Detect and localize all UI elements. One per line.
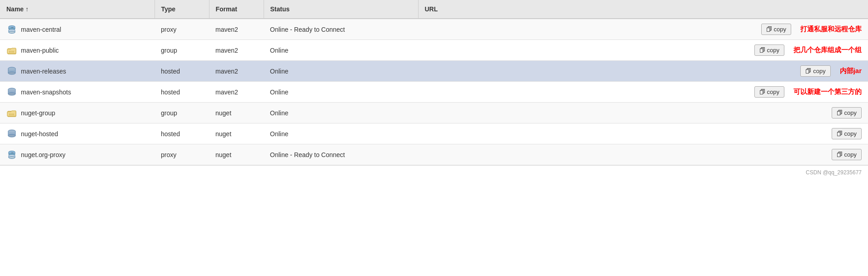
copy-label: copy bbox=[767, 47, 779, 54]
copy-button[interactable]: 🗍 copy bbox=[832, 149, 862, 160]
cell-type: hosted bbox=[155, 82, 209, 103]
cell-format: maven2 bbox=[209, 19, 264, 40]
header-type: Type bbox=[155, 0, 209, 19]
group-icon bbox=[6, 45, 17, 56]
cell-name[interactable]: maven-public bbox=[0, 40, 155, 61]
copy-icon: 🗍 bbox=[759, 47, 765, 54]
svg-point-35 bbox=[8, 134, 15, 137]
svg-text:↔: ↔ bbox=[11, 26, 14, 29]
cell-status: Online bbox=[264, 103, 418, 123]
repo-name: maven-central bbox=[21, 26, 61, 33]
repositories-table: Name ↑ Type Format Status URL ↔ maven-ce… bbox=[0, 0, 868, 165]
cell-status: Online - Ready to Connect bbox=[264, 144, 418, 165]
cell-status: Online - Ready to Connect bbox=[264, 19, 418, 40]
cell-status: Online bbox=[264, 40, 418, 61]
cell-status: Online bbox=[264, 82, 418, 103]
cell-format: nuget bbox=[209, 103, 264, 123]
svg-point-18 bbox=[8, 72, 15, 74]
cell-type: group bbox=[155, 40, 209, 61]
table-row: maven-public groupmaven2Online 🗍 copy 把几… bbox=[0, 40, 868, 61]
svg-point-9 bbox=[9, 31, 15, 33]
repo-name: nuget-group bbox=[21, 109, 55, 117]
copy-label: copy bbox=[813, 68, 825, 74]
table-row: ↔ maven-central proxymaven2Online - Read… bbox=[0, 19, 868, 40]
annotation-text: 打通私服和远程仓库 bbox=[800, 25, 862, 34]
repo-name: maven-releases bbox=[21, 68, 66, 75]
header-format: Format bbox=[209, 0, 264, 19]
cell-type: hosted bbox=[155, 123, 209, 144]
copy-icon: 🗍 bbox=[837, 151, 843, 158]
copy-button[interactable]: 🗍 copy bbox=[832, 107, 862, 118]
cell-url: 🗍 copy 内部jar bbox=[418, 61, 868, 82]
header-status: Status bbox=[264, 0, 418, 19]
header-name: Name ↑ bbox=[0, 0, 155, 19]
proxy-icon: ↔ bbox=[6, 149, 17, 160]
copy-icon: 🗍 bbox=[766, 26, 772, 33]
hosted-icon bbox=[6, 87, 17, 98]
svg-point-25 bbox=[8, 93, 15, 95]
copy-icon: 🗍 bbox=[805, 68, 811, 74]
table-row: maven-snapshots hostedmaven2Online 🗍 cop… bbox=[0, 82, 868, 103]
copy-button[interactable]: 🗍 copy bbox=[754, 86, 784, 98]
copy-button[interactable]: 🗍 copy bbox=[800, 65, 830, 77]
svg-point-47 bbox=[9, 156, 15, 158]
table-row: nuget-group groupnugetOnline 🗍 copy bbox=[0, 103, 868, 123]
cell-name[interactable]: ↔ maven-central bbox=[0, 19, 155, 40]
cell-format: nuget bbox=[209, 144, 264, 165]
cell-url: 🗍 copy 打通私服和远程仓库 bbox=[418, 19, 868, 40]
copy-button[interactable]: 🗍 copy bbox=[832, 128, 862, 139]
hosted-icon bbox=[6, 128, 17, 139]
copy-icon: 🗍 bbox=[837, 130, 843, 137]
cell-format: nuget bbox=[209, 123, 264, 144]
footer-text: CSDN @qq_29235677 bbox=[0, 165, 868, 179]
annotation-text: 可以新建一个第三方的 bbox=[793, 88, 862, 96]
table-row: maven-releases hostedmaven2Online 🗍 copy… bbox=[0, 61, 868, 82]
cell-type: proxy bbox=[155, 19, 209, 40]
repo-name: maven-public bbox=[21, 47, 59, 54]
header-url: URL bbox=[418, 0, 868, 19]
cell-name[interactable]: nuget-group bbox=[0, 103, 155, 123]
copy-label: copy bbox=[844, 130, 857, 137]
cell-url: 🗍 copy bbox=[418, 123, 868, 144]
repo-name: nuget-hosted bbox=[21, 130, 58, 138]
copy-label: copy bbox=[844, 109, 857, 116]
svg-text:↔: ↔ bbox=[11, 151, 14, 154]
copy-button[interactable]: 🗍 copy bbox=[761, 24, 791, 35]
copy-icon: 🗍 bbox=[837, 109, 843, 116]
cell-url: 🗍 copy bbox=[418, 144, 868, 165]
repo-name: nuget.org-proxy bbox=[21, 151, 65, 158]
repo-name: maven-snapshots bbox=[21, 89, 71, 96]
cell-name[interactable]: maven-releases bbox=[0, 61, 155, 82]
cell-name[interactable]: ↔ nuget.org-proxy bbox=[0, 144, 155, 165]
cell-format: maven2 bbox=[209, 61, 264, 82]
group-icon bbox=[6, 108, 17, 118]
cell-format: maven2 bbox=[209, 40, 264, 61]
cell-type: group bbox=[155, 103, 209, 123]
cell-url: 🗍 copy 把几个仓库组成一个组 bbox=[418, 40, 868, 61]
copy-button[interactable]: 🗍 copy bbox=[754, 44, 784, 56]
table-header-row: Name ↑ Type Format Status URL bbox=[0, 0, 868, 19]
copy-label: copy bbox=[767, 89, 779, 95]
cell-type: proxy bbox=[155, 144, 209, 165]
cell-name[interactable]: maven-snapshots bbox=[0, 82, 155, 103]
annotation-text: 把几个仓库组成一个组 bbox=[793, 46, 862, 54]
cell-status: Online bbox=[264, 61, 418, 82]
table-row: ↔ nuget.org-proxy proxynugetOnline - Rea… bbox=[0, 144, 868, 165]
cell-url: 🗍 copy 可以新建一个第三方的 bbox=[418, 82, 868, 103]
annotation-text: 内部jar bbox=[840, 67, 862, 75]
cell-name[interactable]: nuget-hosted bbox=[0, 123, 155, 144]
cell-type: hosted bbox=[155, 61, 209, 82]
copy-icon: 🗍 bbox=[759, 89, 765, 95]
cell-url: 🗍 copy bbox=[418, 103, 868, 123]
cell-format: maven2 bbox=[209, 82, 264, 103]
cell-status: Online bbox=[264, 123, 418, 144]
hosted-icon bbox=[6, 66, 17, 77]
copy-label: copy bbox=[844, 151, 857, 158]
copy-label: copy bbox=[774, 26, 786, 33]
table-row: nuget-hosted hostednugetOnline 🗍 copy bbox=[0, 123, 868, 144]
proxy-icon: ↔ bbox=[6, 24, 17, 35]
